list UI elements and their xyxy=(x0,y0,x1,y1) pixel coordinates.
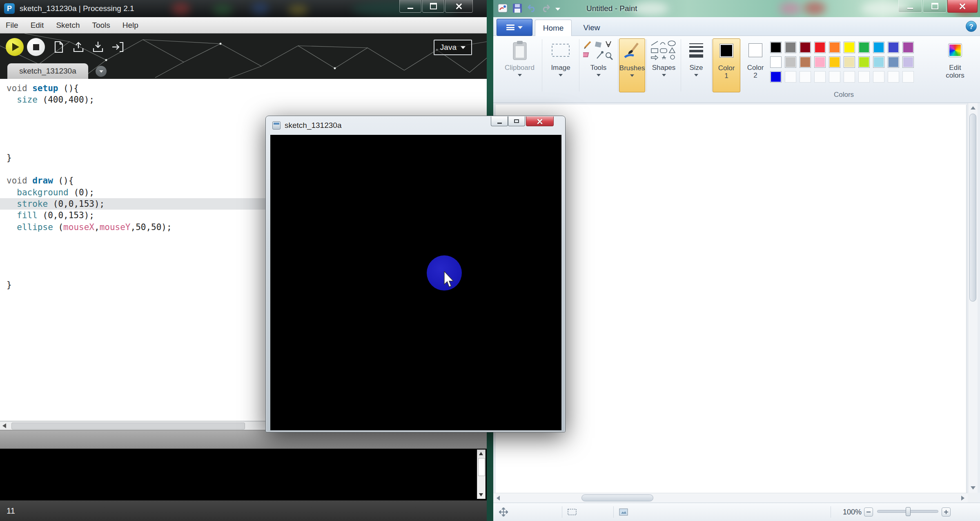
scrollbar-thumb[interactable] xyxy=(969,114,976,302)
palette-swatch[interactable] xyxy=(800,42,811,53)
zoom-in-button[interactable] xyxy=(942,508,951,517)
palette-swatch[interactable] xyxy=(858,42,870,53)
palette-swatch[interactable] xyxy=(829,56,840,68)
clipboard-button[interactable]: Clipboard xyxy=(498,38,541,92)
menu-item-sketch[interactable]: Sketch xyxy=(56,21,80,30)
zoom-slider-thumb[interactable] xyxy=(906,507,911,516)
menu-item-file[interactable]: File xyxy=(6,21,18,30)
zoom-slider[interactable] xyxy=(877,510,938,513)
qat-customize-dropdown[interactable] xyxy=(555,8,560,11)
scroll-up-icon[interactable] xyxy=(479,452,483,455)
stop-button[interactable] xyxy=(27,38,45,56)
color2-button[interactable]: Color 2 xyxy=(743,38,768,92)
palette-swatch-empty[interactable] xyxy=(902,71,914,83)
brushes-button[interactable]: Brushes xyxy=(619,38,645,92)
processing-tabbar: sketch_131230a xyxy=(0,60,487,79)
palette-swatch[interactable] xyxy=(873,56,884,68)
run-button[interactable] xyxy=(6,38,24,56)
close-button[interactable] xyxy=(445,0,473,13)
caret-line-indicator: 11 xyxy=(7,506,15,515)
scroll-right-icon[interactable] xyxy=(961,496,964,501)
menu-item-tools[interactable]: Tools xyxy=(92,21,110,30)
menu-item-help[interactable]: Help xyxy=(122,21,138,30)
palette-swatch-empty[interactable] xyxy=(800,71,811,83)
palette-swatch-empty[interactable] xyxy=(785,71,796,83)
scroll-down-icon[interactable] xyxy=(971,486,976,490)
wallpaper-glass-decoration xyxy=(804,2,826,15)
palette-swatch[interactable] xyxy=(902,56,914,68)
palette-swatch[interactable] xyxy=(844,56,855,68)
palette-swatch-empty[interactable] xyxy=(814,71,826,83)
shapes-button[interactable]: Shapes xyxy=(648,38,680,92)
scrollbar-thumb[interactable] xyxy=(581,494,653,501)
color1-button[interactable]: Color 1 xyxy=(713,38,740,92)
palette-swatch[interactable] xyxy=(770,42,782,53)
scrollbar-thumb[interactable] xyxy=(478,458,485,476)
palette-swatch[interactable] xyxy=(814,56,826,68)
console-scrollbar[interactable] xyxy=(477,449,486,499)
save-sketch-button[interactable] xyxy=(91,40,105,54)
tab-home[interactable]: Home xyxy=(535,20,572,36)
paint-menu-button[interactable] xyxy=(497,19,532,36)
save-button[interactable] xyxy=(512,3,522,15)
palette-swatch-empty[interactable] xyxy=(858,71,870,83)
maximize-button[interactable] xyxy=(422,0,444,13)
palette-swatch[interactable] xyxy=(888,42,899,53)
paint-canvas[interactable] xyxy=(496,105,966,493)
palette-swatch-empty[interactable] xyxy=(873,71,884,83)
vertical-scrollbar[interactable] xyxy=(968,103,978,493)
processing-window-title: sketch_131230a | Processing 2.1 xyxy=(20,0,134,17)
clipboard-icon xyxy=(512,40,528,60)
brush-icon xyxy=(623,42,641,60)
maximize-button[interactable] xyxy=(508,116,525,126)
maximize-button[interactable] xyxy=(923,0,947,13)
edit-colors-button[interactable]: Edit colors xyxy=(935,38,975,92)
group-divider xyxy=(579,39,579,92)
tab-menu-button[interactable] xyxy=(96,66,107,77)
new-sketch-button[interactable] xyxy=(52,40,65,54)
size-button[interactable]: Size xyxy=(682,38,710,92)
java-mode-dropdown[interactable]: Java xyxy=(434,40,472,55)
palette-swatch[interactable] xyxy=(844,42,855,53)
tab-view[interactable]: View xyxy=(572,20,611,36)
palette-swatch[interactable] xyxy=(829,42,840,53)
scroll-left-icon[interactable] xyxy=(497,496,500,501)
tab-sketch[interactable]: sketch_131230a xyxy=(7,63,88,79)
sketch-canvas[interactable] xyxy=(270,135,561,430)
scrollbar-thumb[interactable] xyxy=(11,423,245,429)
palette-swatch-empty[interactable] xyxy=(844,71,855,83)
zoom-out-button[interactable] xyxy=(864,508,873,517)
horizontal-scrollbar[interactable] xyxy=(493,493,968,503)
minimize-button[interactable] xyxy=(898,0,922,13)
scroll-down-icon[interactable] xyxy=(479,493,483,496)
palette-swatch-empty[interactable] xyxy=(888,71,899,83)
redo-button[interactable] xyxy=(541,3,551,15)
paint-app-icon[interactable] xyxy=(497,3,508,15)
close-button[interactable] xyxy=(947,0,978,13)
play-icon xyxy=(12,43,19,51)
palette-swatch[interactable] xyxy=(770,71,782,83)
palette-swatch[interactable] xyxy=(770,56,782,68)
help-button[interactable]: ? xyxy=(966,21,977,32)
minimize-button[interactable] xyxy=(491,116,508,126)
minimize-button[interactable] xyxy=(399,0,421,13)
palette-swatch[interactable] xyxy=(873,42,884,53)
palette-swatch[interactable] xyxy=(785,56,796,68)
menu-item-edit[interactable]: Edit xyxy=(31,21,44,30)
palette-swatch[interactable] xyxy=(814,42,826,53)
open-sketch-button[interactable] xyxy=(72,40,85,54)
scroll-left-icon[interactable] xyxy=(2,423,6,428)
palette-swatch[interactable] xyxy=(800,56,811,68)
palette-swatch[interactable] xyxy=(902,42,914,53)
minimize-icon xyxy=(497,123,502,124)
palette-swatch[interactable] xyxy=(858,56,870,68)
palette-swatch[interactable] xyxy=(785,42,796,53)
scroll-up-icon[interactable] xyxy=(971,106,976,110)
tools-button[interactable]: Tools xyxy=(580,38,617,92)
undo-button[interactable] xyxy=(527,3,537,15)
palette-swatch[interactable] xyxy=(888,56,899,68)
image-select-button[interactable]: Image xyxy=(543,38,578,92)
palette-swatch-empty[interactable] xyxy=(829,71,840,83)
close-button[interactable] xyxy=(526,116,554,126)
export-button[interactable] xyxy=(111,40,124,54)
